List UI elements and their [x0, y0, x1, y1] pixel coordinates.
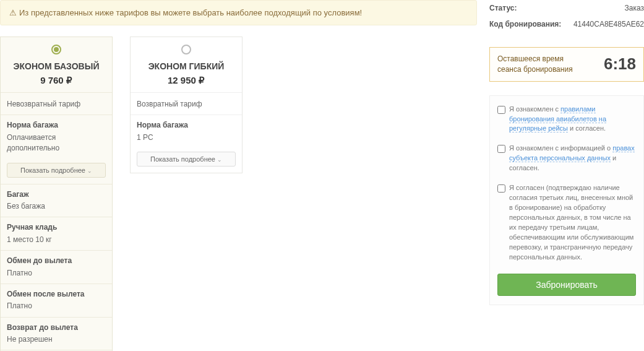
agreement-pdrights-text: Я ознакомлен с информацией о правах субъ…: [509, 144, 636, 173]
status-row: Статус: Заказ: [489, 0, 644, 16]
exchange-after-row: Обмен после вылета Платно: [1, 284, 112, 317]
agreement-rules-checkbox[interactable]: [497, 106, 505, 114]
tariff-card-flex[interactable]: ЭКОНОМ ГИБКИЙ 12 950 ₽ Возвратный тариф …: [130, 37, 243, 173]
carry-value: 1 место 10 кг: [7, 235, 106, 245]
currency-symbol: ₽: [199, 75, 205, 85]
tariff-price-value: 9 760: [40, 75, 64, 85]
status-label: Статус:: [489, 4, 517, 12]
booking-code-label: Код бронирования:: [489, 20, 561, 28]
baggage-norm-value: Оплачивается дополнительно: [7, 132, 106, 154]
radio-selected-icon[interactable]: [51, 45, 61, 54]
exchange-before-value: Платно: [7, 268, 106, 279]
show-more-label: Показать подробнее: [20, 167, 85, 174]
tariff-name-flex: ЭКОНОМ ГИБКИЙ: [137, 61, 236, 71]
show-more-button-flex[interactable]: Показать подробнее⌄: [137, 152, 236, 167]
radio-unselected-icon[interactable]: [181, 45, 191, 54]
exchange-after-value: Платно: [7, 301, 106, 311]
show-more-label: Показать подробнее: [150, 155, 215, 163]
info-banner-text: Из представленных ниже тарифов вы можете…: [19, 8, 362, 17]
tariff-price-flex: 12 950 ₽: [137, 75, 236, 86]
exchange-after-label: Обмен после вылета: [7, 289, 106, 300]
baggage-norm-value: 1 PC: [137, 132, 236, 143]
tariff-price-basic: 9 760 ₽: [7, 75, 106, 86]
carry-label: Ручная кладь: [7, 222, 106, 233]
refund-before-value: Не разрешен: [7, 334, 106, 345]
tariff-card-basic[interactable]: ЭКОНОМ БАЗОВЫЙ 9 760 ₽ Невозвратный тари…: [0, 37, 113, 351]
tariff-price-value: 12 950: [168, 75, 196, 85]
baggage-norm-label: Норма багажа: [137, 120, 236, 131]
info-banner: ⚠Из представленных ниже тарифов вы может…: [0, 0, 477, 25]
agreement-rules-text: Я ознакомлен с правилами бронирования ав…: [509, 105, 636, 134]
agreements-block: Я ознакомлен с правилами бронирования ав…: [489, 95, 644, 305]
carry-row: Ручная кладь 1 место 10 кг: [1, 217, 112, 250]
baggage-norm-row: Норма багажа 1 PC: [131, 115, 242, 148]
agreement-processing[interactable]: Я согласен (подтверждаю наличие согласия…: [497, 183, 636, 262]
timer-value: 6:18: [604, 54, 636, 74]
baggage-value: Без багажа: [7, 201, 106, 212]
refund-type-row: Невозвратный тариф: [1, 92, 112, 115]
chevron-down-icon: ⌄: [87, 168, 92, 174]
agreement-rules[interactable]: Я ознакомлен с правилами бронирования ав…: [497, 105, 636, 134]
agreement-processing-checkbox[interactable]: [497, 184, 505, 193]
refund-type-value: Возвратный тариф: [137, 99, 236, 110]
agree1-pre: Я ознакомлен с: [509, 105, 560, 113]
refund-type-row: Возвратный тариф: [131, 92, 242, 115]
booking-code-row: Код бронирования: 41440CA8E485AE62: [489, 16, 644, 32]
agreement-pdrights[interactable]: Я ознакомлен с информацией о правах субъ…: [497, 144, 636, 173]
tariff-name-basic: ЭКОНОМ БАЗОВЫЙ: [7, 61, 106, 71]
status-block: Статус: Заказ Код бронирования: 41440CA8…: [489, 0, 644, 32]
book-button[interactable]: Забронировать: [497, 274, 636, 296]
agree1-post: и согласен.: [568, 124, 606, 132]
booking-code-value: 41440CA8E485AE62: [573, 20, 644, 28]
refund-before-label: Возврат до вылета: [7, 323, 106, 333]
exchange-before-label: Обмен до вылета: [7, 256, 106, 266]
baggage-label: Багаж: [7, 189, 106, 200]
timer-label: Оставшееся время сеанса бронирования: [497, 54, 584, 75]
baggage-norm-label: Норма багажа: [7, 120, 106, 131]
warning-icon: ⚠: [9, 8, 17, 17]
currency-symbol: ₽: [66, 75, 72, 85]
tariff-head-flex: ЭКОНОМ ГИБКИЙ 12 950 ₽: [131, 37, 242, 92]
show-more-button-basic[interactable]: Показать подробнее⌄: [7, 163, 106, 178]
status-value: Заказ: [625, 4, 644, 12]
agreement-processing-text: Я согласен (подтверждаю наличие согласия…: [509, 183, 636, 262]
chevron-down-icon: ⌄: [217, 157, 222, 163]
agree2-pre: Я ознакомлен с информацией о: [509, 144, 612, 152]
timer-box: Оставшееся время сеанса бронирования 6:1…: [489, 47, 644, 82]
tariffs-row: ЭКОНОМ БАЗОВЫЙ 9 760 ₽ Невозвратный тари…: [0, 37, 477, 351]
tariff-head-basic: ЭКОНОМ БАЗОВЫЙ 9 760 ₽: [1, 37, 112, 92]
refund-type-value: Невозвратный тариф: [7, 99, 106, 110]
agreement-pdrights-checkbox[interactable]: [497, 145, 505, 153]
baggage-norm-row: Норма багажа Оплачивается дополнительно: [1, 115, 112, 158]
baggage-row: Багаж Без багажа: [1, 184, 112, 217]
refund-before-row: Возврат до вылета Не разрешен: [1, 317, 112, 350]
exchange-before-row: Обмен до вылета Платно: [1, 250, 112, 284]
